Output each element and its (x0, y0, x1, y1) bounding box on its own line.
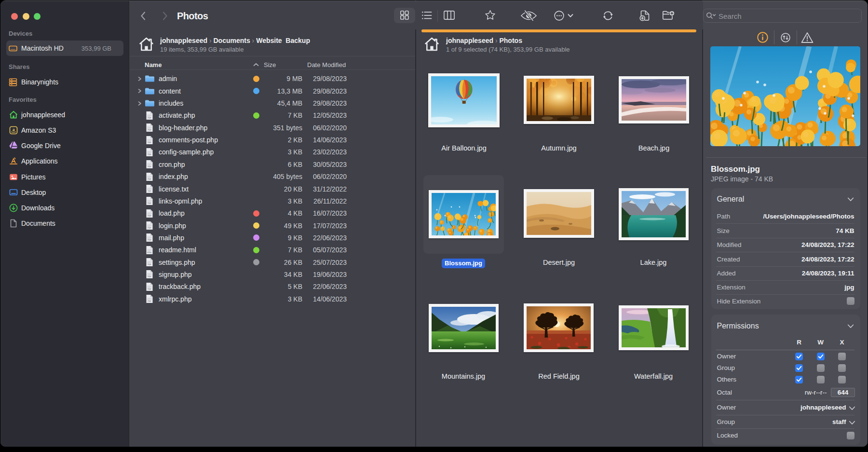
svg-text:PHP: PHP (148, 239, 151, 241)
svg-text:TXT: TXT (148, 191, 152, 192)
svg-text:PHP: PHP (148, 178, 151, 180)
svg-text:a: a (13, 127, 15, 132)
svg-text:PHP: PHP (148, 117, 151, 119)
svg-text:PHP: PHP (148, 264, 151, 266)
svg-text:PHP: PHP (148, 288, 151, 290)
svg-text:PHP: PHP (148, 129, 151, 131)
svg-text:PHP: PHP (148, 227, 151, 229)
svg-text:PHP: PHP (148, 215, 151, 217)
svg-text:PHP: PHP (148, 154, 151, 156)
svg-text:PHP: PHP (148, 142, 151, 144)
svg-text:HTML: HTML (147, 252, 152, 254)
svg-text:PHP: PHP (148, 276, 151, 278)
svg-text:PHP: PHP (148, 301, 151, 302)
svg-text:PHP: PHP (148, 166, 151, 168)
svg-text:PHP: PHP (148, 203, 151, 205)
